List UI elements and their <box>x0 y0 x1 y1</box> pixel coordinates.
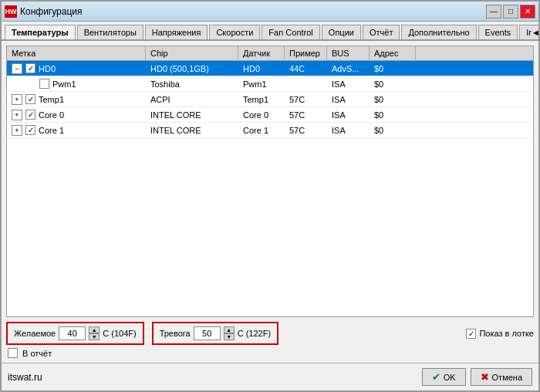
cell-bus-core1: ISA <box>327 124 370 137</box>
table-row[interactable]: + Temp1 ACPI Temp1 57C ISA $0 <box>7 92 533 107</box>
report-label: В отчёт <box>22 349 52 358</box>
tab-temperatures[interactable]: Температуры <box>5 25 76 41</box>
col-header-adres: Адрес <box>370 46 416 60</box>
checkbox-temp1[interactable] <box>25 94 35 104</box>
expand-core1[interactable]: + <box>12 125 22 136</box>
cell-metka-pwm1: Pwm1 <box>7 77 146 90</box>
table-row[interactable]: + Core 0 INTEL CORE Core 0 57C ISA $0 <box>7 107 533 123</box>
cell-datchik-hd0: HD0 <box>238 63 285 75</box>
expand-temp1[interactable]: + <box>12 94 22 105</box>
label-pwm1: Pwm1 <box>52 79 76 89</box>
table-header: Метка Chip Датчик Пример BUS Адрес <box>7 46 533 61</box>
cell-datchik-pwm1: Pwm1 <box>238 78 285 90</box>
cell-chip-pwm1: Toshiba <box>146 78 238 90</box>
col-header-metka: Метка <box>7 46 146 60</box>
main-content: Метка Chip Датчик Пример BUS Адрес − HD0… <box>2 41 538 363</box>
footer-buttons: ✔ OK ✖ Отмена <box>422 368 532 386</box>
cell-adres-temp1: $0 <box>370 93 416 106</box>
show-tray-label: Показ в лотке <box>479 329 534 338</box>
cell-primer-core0: 57C <box>285 109 327 121</box>
cell-metka-hd0: − HD0 <box>7 62 146 76</box>
cancel-button[interactable]: ✖ Отмена <box>471 368 532 386</box>
tab-events[interactable]: Events <box>478 25 518 39</box>
trevoga-up[interactable]: ▲ <box>224 326 235 333</box>
label-core1: Core 1 <box>39 126 64 135</box>
cell-chip-core1: INTEL CORE <box>146 124 238 137</box>
col-header-datchik: Датчик <box>238 46 285 60</box>
cell-datchik-core1: Core 1 <box>238 124 285 137</box>
site-label: itswat.ru <box>8 372 42 383</box>
cell-datchik-core0: Core 0 <box>238 109 285 121</box>
cell-primer-temp1: 57C <box>285 93 327 106</box>
cell-metka-temp1: + Temp1 <box>7 93 146 106</box>
zhelaemoe-down[interactable]: ▼ <box>89 333 100 340</box>
col-header-primer: Пример <box>285 46 327 60</box>
tab-fans[interactable]: Вентиляторы <box>77 25 143 39</box>
table-row[interactable]: − HD0 HD0 (500,1GB) HD0 44C AdvS... $0 <box>7 61 533 76</box>
report-row: В отчёт <box>6 348 534 358</box>
bottom-controls-row: Желаемое ▲ ▼ C (104F) Тревога ▲ ▼ <box>6 322 534 345</box>
tab-report[interactable]: Отчёт <box>363 25 400 39</box>
checkbox-hd0[interactable] <box>25 63 35 73</box>
label-temp1: Temp1 <box>39 95 64 104</box>
trevoga-group: Тревога ▲ ▼ C (122F) <box>152 322 278 345</box>
cell-metka-core1: + Core 1 <box>7 123 146 137</box>
title-buttons: — □ ✕ <box>486 5 535 19</box>
cell-datchik-temp1: Temp1 <box>238 93 285 106</box>
cell-bus-pwm1: ISA <box>327 78 370 90</box>
tab-options[interactable]: Опции <box>322 25 361 39</box>
col-header-chip: Chip <box>146 46 238 60</box>
label-core0: Core 0 <box>39 110 64 120</box>
checkbox-core0[interactable] <box>25 110 35 120</box>
tab-ir[interactable]: Ir◄ <box>519 25 538 39</box>
minimize-button[interactable]: — <box>486 5 501 19</box>
bottom-section: Желаемое ▲ ▼ C (104F) Тревога ▲ ▼ <box>6 322 534 358</box>
tab-speeds[interactable]: Скорости <box>209 25 260 39</box>
cancel-label: Отмена <box>492 373 522 382</box>
cancel-icon: ✖ <box>481 371 489 383</box>
cell-adres-pwm1: $0 <box>370 78 416 90</box>
zhelaemoe-up[interactable]: ▲ <box>89 326 100 333</box>
table-body: − HD0 HD0 (500,1GB) HD0 44C AdvS... $0 <box>7 61 533 138</box>
zhelaemoe-unit: C (104F) <box>103 329 136 338</box>
trevoga-down[interactable]: ▼ <box>224 333 235 340</box>
trevoga-spinners: ▲ ▼ <box>224 326 235 340</box>
footer: itswat.ru ✔ OK ✖ Отмена <box>2 363 538 390</box>
zhelaemoe-spinners: ▲ ▼ <box>89 326 100 340</box>
zhelaemoe-input[interactable] <box>59 326 86 340</box>
cell-primer-hd0: 44C <box>285 63 327 75</box>
tab-voltages[interactable]: Напряжения <box>145 25 208 39</box>
expand-hd0[interactable]: − <box>12 63 22 74</box>
show-tray-checkbox[interactable] <box>466 329 476 339</box>
ok-button[interactable]: ✔ OK <box>422 368 466 386</box>
report-checkbox[interactable] <box>8 348 18 358</box>
table-row[interactable]: Pwm1 Toshiba Pwm1 ISA $0 <box>7 76 533 92</box>
cell-metka-core0: + Core 0 <box>7 108 146 122</box>
zhelaemoe-label: Желаемое <box>14 329 56 338</box>
checkbox-pwm1[interactable] <box>39 79 49 89</box>
maximize-button[interactable]: □ <box>503 5 518 19</box>
cell-adres-core0: $0 <box>370 109 416 121</box>
trevoga-unit: C (122F) <box>238 329 271 338</box>
checkbox-core1[interactable] <box>25 125 35 135</box>
col-header-bus: BUS <box>327 46 370 60</box>
cell-bus-core0: ISA <box>327 109 370 121</box>
close-button[interactable]: ✕ <box>520 5 535 19</box>
tab-fancontrol[interactable]: Fan Control <box>262 25 319 39</box>
app-icon: HW <box>5 5 17 18</box>
trevoga-input[interactable] <box>194 326 221 340</box>
cell-primer-pwm1 <box>285 83 327 86</box>
tab-advanced[interactable]: Дополнительно <box>401 25 476 39</box>
cell-adres-hd0: $0 <box>370 63 416 75</box>
expand-core0[interactable]: + <box>12 110 22 120</box>
label-hd0: HD0 <box>39 64 56 73</box>
cell-primer-core1: 57C <box>285 124 327 137</box>
title-bar: HW Конфигурация — □ ✕ <box>2 2 538 22</box>
cell-chip-core0: INTEL CORE <box>146 109 238 121</box>
tab-bar: Температуры Вентиляторы Напряжения Скоро… <box>2 22 538 41</box>
sensor-table: Метка Chip Датчик Пример BUS Адрес − HD0… <box>6 46 534 317</box>
window-title: Конфигурация <box>20 6 83 17</box>
title-bar-left: HW Конфигурация <box>5 5 83 18</box>
table-row[interactable]: + Core 1 INTEL CORE Core 1 57C ISA $0 <box>7 123 533 138</box>
zhelaemoe-group: Желаемое ▲ ▼ C (104F) <box>6 322 144 345</box>
